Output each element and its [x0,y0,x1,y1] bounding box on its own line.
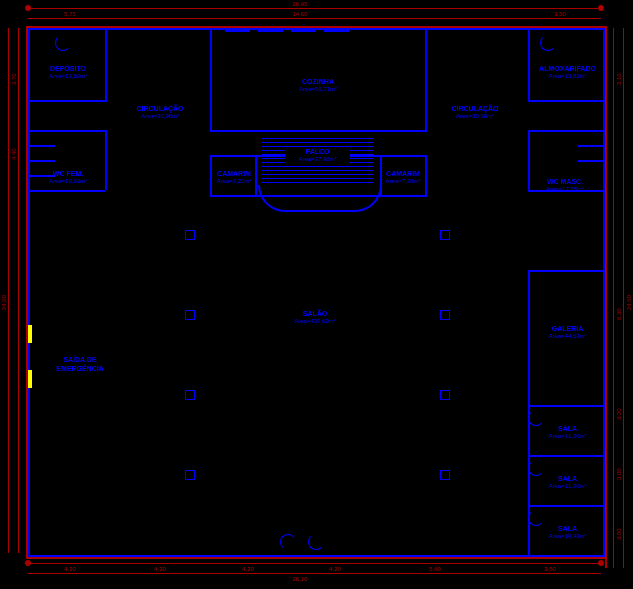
wall [425,155,427,195]
dim-l2: 4,40 [11,130,17,160]
floor-plan: DEPÓSITOArea=13,82m² ALMOXARIFADOArea=13… [28,28,605,557]
door-icon [540,35,556,51]
room-almoxarifado: ALMOXARIFADOArea=13,82m² [535,65,600,81]
room-deposito: DEPÓSITOArea=13,82m² [38,65,98,81]
room-sala3: SALAArea=10,43m² [540,525,595,541]
emergency-exit [28,325,32,343]
room-circulacao-l: CIRCULAÇÃOArea=30,98m² [125,105,195,121]
dim-r5: 3,20 [616,390,622,420]
room-camarim-r: CAMARIMArea=7,20m² [382,170,424,186]
wall [255,155,257,195]
dim-rtotal: 24,90 [626,270,632,310]
tick [598,5,604,11]
wall [528,455,603,457]
window [225,28,250,32]
wall [210,30,212,130]
dim-top-right: 3,50 [545,11,575,17]
wall [528,270,530,405]
room-cozinha: COZINHAArea=59,71m² [278,78,358,94]
column [185,230,195,240]
dim-b1: 4,20 [55,566,85,572]
column [185,390,195,400]
dim-bottom-outer [28,573,601,574]
tick [25,560,31,566]
wall [425,30,427,130]
room-wcmasc: WC MASC.Area=17,55m² [535,178,595,194]
red-trim [26,557,605,559]
wall [30,190,105,192]
dim-r4: 6,30 [616,280,622,320]
dim-bottom-inner [28,563,601,564]
wall [578,145,603,147]
wall [528,270,603,272]
column [185,470,195,480]
room-camarim-l: CAMARIMArea=7,20m² [213,170,255,186]
tick [25,5,31,11]
emergency-exit [28,370,32,388]
wall [528,30,530,100]
wall [30,130,105,132]
wall [210,155,212,195]
window [258,28,283,32]
wall [30,145,55,147]
dim-b5: 5,60 [420,566,450,572]
dim-r7: 3,00 [616,510,622,540]
door-icon [280,534,296,550]
wall [30,100,107,102]
palco-front [258,185,382,212]
column [185,310,195,320]
dim-r1: 3,10 [616,55,622,85]
door-icon [528,410,544,426]
wall [528,405,603,407]
wall [105,130,107,190]
dim-top-outer [28,8,601,9]
room-salao: SALÃOArea=437,60m² [275,310,355,326]
room-saida: SAÍDA DE EMERGÊNCIA [45,348,115,382]
dim-right-outer [623,28,624,568]
dim-left-inner [18,28,19,553]
tick [598,560,604,566]
dim-ltotal: 24,90 [1,270,7,310]
column [440,230,450,240]
dim-left-outer [8,28,9,553]
window [324,28,349,32]
wall [528,130,530,190]
dim-btotal: 26,10 [280,576,320,582]
dim-l1: 3,70 [11,55,17,85]
wall [30,160,55,162]
dim-top-mid2: 14,60 [280,11,320,17]
dim-b4: 4,20 [320,566,350,572]
room-palco: PALCOArea=37,96m² [285,148,350,164]
wall [210,130,427,132]
red-trim [26,26,28,557]
wall [528,100,603,102]
door-icon [308,534,324,550]
door-icon [528,460,544,476]
dim-r6: 3,00 [616,450,622,480]
wall [528,405,530,555]
room-circulacao-r: CIRCULAÇÃOArea=30,98m² [440,105,510,121]
dim-right-inner [613,28,614,568]
room-sala1: SALAArea=11,20m² [540,425,595,441]
column [440,470,450,480]
dim-top-left: 5,75 [55,11,85,17]
red-trim [605,26,607,568]
wall [578,160,603,162]
door-icon [55,35,71,51]
wall [105,30,107,100]
wall [528,130,603,132]
dim-b3: 4,20 [233,566,263,572]
column [440,310,450,320]
room-galeria: GALERIAArea=44,63m² [540,325,595,341]
dim-top-inner [28,18,601,19]
wall [30,175,55,177]
room-sala2: SALAArea=11,20m² [540,475,595,491]
dim-top-total: 26,45 [280,1,320,7]
dim-b2: 4,20 [145,566,175,572]
room-wcfem: WC FEM.Area=19,69m² [38,170,98,186]
dim-b6: 3,50 [535,566,565,572]
window [291,28,316,32]
column [440,390,450,400]
wall [528,505,603,507]
door-icon [528,510,544,526]
